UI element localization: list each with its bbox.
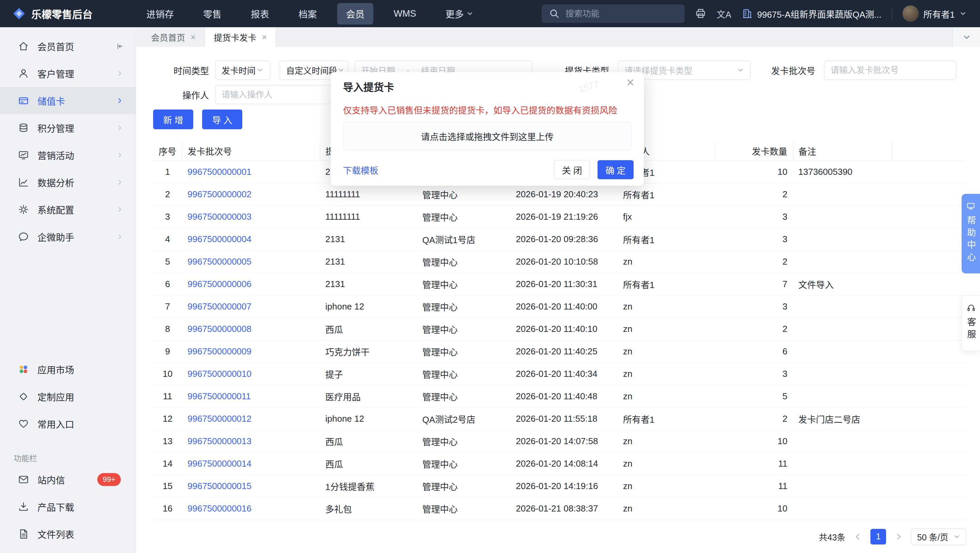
extra-cell bbox=[891, 318, 966, 340]
nav-item-members[interactable]: 会员 bbox=[337, 3, 373, 24]
sidebar-item-points[interactable]: 积分管理 bbox=[0, 114, 136, 141]
sidebar-item-member-home[interactable]: 会员首页 bbox=[0, 33, 136, 60]
batch-link[interactable]: 9967500000008 bbox=[188, 324, 251, 334]
remark-cell bbox=[793, 452, 891, 475]
close-icon[interactable]: × bbox=[191, 33, 196, 41]
batch-link[interactable]: 9967500000004 bbox=[188, 234, 251, 244]
batch-input[interactable] bbox=[824, 60, 956, 79]
batch-link[interactable]: 9967500000015 bbox=[188, 481, 251, 491]
operator-cell: 所有者1 bbox=[617, 228, 714, 250]
modal-confirm-button[interactable]: 确 定 bbox=[598, 160, 633, 179]
batch-link[interactable]: 9967500000009 bbox=[188, 346, 251, 356]
collapse-sidebar-icon[interactable] bbox=[115, 42, 124, 51]
table-row: 16 9967500000016 多礼包 管理中心 2026-01-21 08:… bbox=[153, 497, 966, 520]
nav-item-more[interactable]: 更多 bbox=[437, 3, 482, 24]
chevron-down-icon bbox=[466, 10, 473, 17]
card-name-cell: 2131 bbox=[320, 228, 417, 250]
sidebar-item-system-config[interactable]: 系统配置 bbox=[0, 196, 136, 223]
download-template-link[interactable]: 下载模板 bbox=[343, 164, 379, 176]
add-button[interactable]: 新 增 bbox=[153, 110, 193, 129]
next-page-icon[interactable] bbox=[894, 532, 903, 541]
translate-icon[interactable]: 文A bbox=[717, 8, 731, 20]
modal-warning-text: 仅支持导入已销售但未提货的提货卡，如导入已提货的数据有资损风险 bbox=[343, 103, 617, 116]
search-input[interactable] bbox=[565, 8, 678, 19]
tab-card-issue[interactable]: 提货卡发卡 × bbox=[205, 27, 276, 47]
batch-link[interactable]: 9967500000011 bbox=[188, 391, 251, 401]
nav-item-reports[interactable]: 报表 bbox=[242, 3, 278, 24]
sidebar-item-favorites[interactable]: 常用入口 bbox=[0, 410, 136, 437]
nav-item-retail[interactable]: 零售 bbox=[194, 3, 231, 24]
chevron-right-icon bbox=[115, 124, 124, 132]
store-cell: 管理中心 bbox=[417, 340, 511, 362]
prev-page-icon[interactable] bbox=[853, 532, 862, 541]
sidebar-item-wecom-assistant[interactable]: 企微助手 bbox=[0, 223, 136, 250]
row-index: 16 bbox=[153, 497, 182, 520]
row-index: 14 bbox=[153, 452, 182, 475]
row-index: 10 bbox=[153, 362, 182, 385]
sidebar-item-inbox[interactable]: 站内信 99+ bbox=[0, 466, 136, 493]
table-row: 6 9967500000006 2131 管理中心 2026-01-20 11:… bbox=[153, 273, 966, 295]
batch-link[interactable]: 9967500000006 bbox=[188, 279, 251, 289]
close-icon[interactable]: × bbox=[262, 33, 267, 41]
help-center-tab[interactable]: 帮助中心 bbox=[962, 194, 980, 273]
batch-link[interactable]: 9967500000003 bbox=[188, 211, 251, 222]
top-navbar: 乐檬零售后台 进销存 零售 报表 档案 会员 WMS 更多 文A 99675-A… bbox=[0, 0, 980, 27]
issue-count-cell: 11 bbox=[714, 452, 793, 475]
remark-cell: 文件导入 bbox=[793, 273, 891, 295]
remark-cell: 发卡门店二号店 bbox=[793, 407, 891, 430]
table-row: 9 9967500000009 巧克力饼干 管理中心 2026-01-20 11… bbox=[153, 340, 966, 362]
batch-link[interactable]: 9967500000010 bbox=[188, 369, 251, 379]
card-name-cell: 西瓜 bbox=[320, 430, 417, 452]
batch-link[interactable]: 9967500000016 bbox=[188, 503, 251, 513]
upload-dropzone[interactable]: 请点击选择或拖拽文件到这里上传 bbox=[343, 122, 632, 150]
extra-cell bbox=[891, 183, 966, 205]
time-type-select[interactable]: 发卡时间 bbox=[215, 60, 270, 79]
page-number[interactable]: 1 bbox=[870, 529, 886, 545]
extra-cell bbox=[891, 228, 966, 250]
page-size-select[interactable]: 50 条/页 bbox=[911, 528, 966, 545]
tab-list-dropdown[interactable] bbox=[953, 27, 980, 47]
issue-time-cell: 2026-01-20 11:40:34 bbox=[511, 362, 617, 385]
printer-icon[interactable] bbox=[695, 8, 706, 19]
batch-link[interactable]: 9967500000002 bbox=[188, 189, 251, 199]
download-icon bbox=[18, 501, 29, 513]
batch-link[interactable]: 9967500000007 bbox=[188, 301, 251, 311]
page-tabbar: 会员首页 × 提货卡发卡 × bbox=[136, 27, 980, 47]
search-icon bbox=[549, 8, 560, 19]
close-icon[interactable]: × bbox=[627, 76, 634, 89]
global-search[interactable] bbox=[542, 5, 685, 23]
chevron-down-icon bbox=[953, 533, 961, 540]
modal-close-button[interactable]: 关 闭 bbox=[554, 160, 590, 179]
table-row: 4 9967500000004 2131 QA测试1号店 2026-01-20 … bbox=[153, 228, 966, 250]
batch-link[interactable]: 9967500000013 bbox=[188, 436, 251, 446]
issue-time-cell: 2026-01-19 20:40:23 bbox=[511, 183, 617, 205]
sidebar-item-file-list[interactable]: 文件列表 bbox=[0, 520, 136, 548]
issue-count-cell: 2 bbox=[714, 318, 793, 340]
top-nav: 进销存 零售 报表 档案 会员 WMS 更多 bbox=[137, 3, 482, 24]
nav-item-inventory[interactable]: 进销存 bbox=[137, 3, 183, 24]
extra-cell bbox=[891, 452, 966, 475]
import-button[interactable]: 导 入 bbox=[202, 110, 242, 129]
sidebar-item-app-market[interactable]: 应用市场 bbox=[0, 356, 136, 383]
batch-link[interactable]: 9967500000012 bbox=[188, 413, 251, 424]
issue-count-cell: 5 bbox=[714, 385, 793, 407]
batch-link[interactable]: 9967500000014 bbox=[188, 458, 251, 469]
user-menu[interactable]: 所有者1 bbox=[902, 5, 966, 22]
sidebar-item-custom-apps[interactable]: 定制应用 bbox=[0, 383, 136, 410]
tab-member-home[interactable]: 会员首页 × bbox=[142, 27, 205, 47]
sidebar-item-product-download[interactable]: 产品下载 bbox=[0, 493, 136, 520]
batch-link[interactable]: 9967500000005 bbox=[188, 256, 251, 267]
extra-cell bbox=[891, 340, 966, 362]
nav-item-archives[interactable]: 档案 bbox=[290, 3, 326, 24]
sidebar-item-marketing[interactable]: 营销活动 bbox=[0, 141, 136, 169]
nav-item-wms[interactable]: WMS bbox=[385, 5, 425, 23]
store-selector[interactable]: 99675-A组新界面果蔬版QA测... bbox=[741, 8, 882, 20]
customer-service-tab[interactable]: 客服 bbox=[962, 295, 980, 351]
sidebar-item-analytics[interactable]: 数据分析 bbox=[0, 169, 136, 196]
batch-link[interactable]: 9967500000001 bbox=[188, 167, 251, 177]
sidebar-item-stored-value-card[interactable]: 储值卡 bbox=[0, 87, 136, 114]
sidebar-item-customers[interactable]: 客户管理 bbox=[0, 60, 136, 87]
unread-badge: 99+ bbox=[97, 473, 121, 486]
operator-input[interactable] bbox=[215, 85, 350, 104]
card-name-cell: 西瓜 bbox=[320, 452, 417, 475]
